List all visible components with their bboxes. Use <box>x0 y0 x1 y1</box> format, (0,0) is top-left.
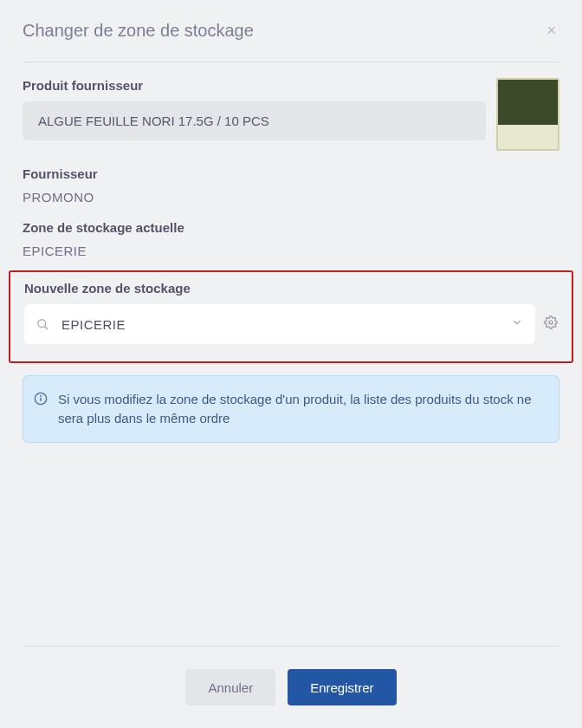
save-button[interactable]: Enregistrer <box>288 669 396 705</box>
current-zone-value: EPICERIE <box>23 244 559 258</box>
svg-point-5 <box>41 395 42 396</box>
supplier-label: Fournisseur <box>23 166 559 181</box>
product-row: Produit fournisseur ALGUE FEUILLE NORI 1… <box>23 62 559 151</box>
supplier-value: PROMONO <box>23 190 559 205</box>
cancel-button[interactable]: Annuler <box>185 669 275 705</box>
product-thumbnail <box>496 78 559 151</box>
info-text: Si vous modifiez la zone de stockage d'u… <box>58 390 545 428</box>
info-icon <box>34 392 48 409</box>
current-zone-label: Zone de stockage actuelle <box>23 220 559 235</box>
select-row: EPICERIE <box>24 304 558 344</box>
gear-icon[interactable] <box>544 315 558 333</box>
search-icon <box>36 318 49 331</box>
zone-select-value: EPICERIE <box>61 317 511 332</box>
modal-header: Changer de zone de stockage × <box>23 0 559 62</box>
svg-point-0 <box>38 319 46 327</box>
current-zone-row: Zone de stockage actuelle EPICERIE <box>23 205 559 258</box>
svg-line-1 <box>45 326 48 328</box>
new-zone-label: Nouvelle zone de stockage <box>24 281 558 296</box>
svg-point-2 <box>549 321 553 324</box>
zone-select[interactable]: EPICERIE <box>24 304 535 344</box>
modal-container: Changer de zone de stockage × Produit fo… <box>0 0 582 728</box>
modal-title: Changer de zone de stockage <box>23 21 254 41</box>
info-alert: Si vous modifiez la zone de stockage d'u… <box>23 375 559 443</box>
highlight-box: Nouvelle zone de stockage EPICERIE <box>9 270 573 363</box>
product-value: ALGUE FEUILLE NORI 17.5G / 10 PCS <box>23 101 486 140</box>
close-icon[interactable]: × <box>543 22 559 40</box>
chevron-down-icon <box>511 316 523 332</box>
modal-footer: Annuler Enregistrer <box>23 646 559 705</box>
spacer <box>23 443 559 647</box>
product-label: Produit fournisseur <box>23 78 486 93</box>
product-left: Produit fournisseur ALGUE FEUILLE NORI 1… <box>23 78 486 140</box>
supplier-row: Fournisseur PROMONO <box>23 151 559 205</box>
